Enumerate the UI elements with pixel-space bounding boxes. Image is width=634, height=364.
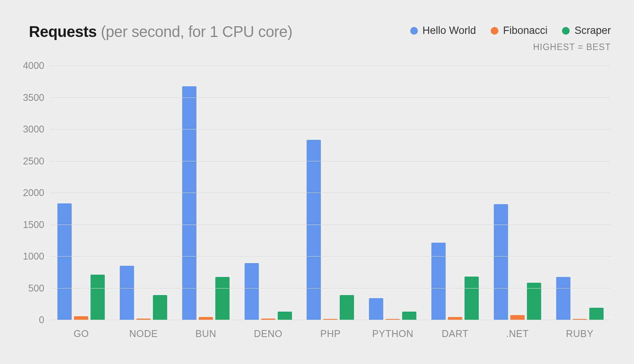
x-axis-label: PHP: [320, 328, 341, 339]
gridline: [50, 161, 611, 161]
y-axis-label: 3500: [23, 92, 44, 103]
legend-item: Scraper: [562, 25, 611, 37]
bar: [91, 275, 105, 320]
y-axis-label: 3000: [23, 124, 44, 135]
bar: [369, 298, 383, 320]
bar: [215, 277, 230, 320]
bar: [589, 308, 604, 320]
x-axis-label: RUBY: [566, 328, 593, 339]
gridline: [50, 256, 611, 257]
bar: [510, 315, 525, 320]
legend-label: Fibonacci: [503, 25, 548, 37]
y-axis-label: 2000: [23, 187, 44, 198]
bar: [465, 277, 479, 320]
legend-swatch-icon: [491, 27, 498, 35]
chart-container: Requests (per second, for 1 CPU core) He…: [0, 0, 634, 364]
legend-block: Hello WorldFibonacciScraper HIGHEST = BE…: [410, 22, 611, 52]
bar: [556, 277, 570, 320]
bar: [153, 295, 167, 320]
x-axis-label: NODE: [129, 328, 158, 339]
bar: [307, 140, 321, 320]
gridline: [50, 320, 611, 320]
gridline: [50, 193, 611, 193]
bar: [120, 266, 134, 320]
legend-label: Scraper: [574, 25, 611, 37]
bar: [494, 204, 508, 320]
bar: [182, 86, 196, 320]
y-axis-label: 1500: [23, 219, 44, 230]
bar: [340, 295, 354, 320]
legend-note: HIGHEST = BEST: [410, 42, 611, 52]
title-main: Requests: [29, 23, 97, 40]
chart-title: Requests (per second, for 1 CPU core): [29, 22, 292, 41]
legend: Hello WorldFibonacciScraper: [410, 25, 611, 37]
gridline: [50, 97, 611, 98]
bar: [199, 317, 213, 320]
x-axis-label: GO: [74, 328, 89, 339]
bar: [57, 203, 72, 320]
legend-item: Hello World: [410, 25, 476, 37]
bar: [402, 312, 416, 320]
y-axis-label: 0: [39, 314, 44, 325]
chart-header: Requests (per second, for 1 CPU core) He…: [29, 22, 611, 52]
bar: [74, 316, 88, 320]
legend-swatch-icon: [562, 27, 570, 35]
x-axis-label: BUN: [195, 328, 216, 339]
x-axis-label: PYTHON: [372, 328, 413, 339]
x-axis-label: DART: [442, 328, 469, 339]
legend-item: Fibonacci: [491, 25, 548, 37]
bar: [245, 263, 259, 320]
y-axis-label: 500: [28, 282, 44, 294]
y-axis-label: 1000: [23, 251, 44, 262]
legend-swatch-icon: [410, 27, 418, 35]
x-axis-label: DENO: [254, 328, 282, 339]
bar: [448, 317, 462, 320]
gridline: [50, 65, 611, 66]
legend-label: Hello World: [423, 25, 476, 37]
gridline: [50, 129, 611, 129]
plot-area: GONODEBUNDENOPHPPYTHONDART.NETRUBY 05001…: [50, 65, 611, 320]
bar: [527, 283, 541, 320]
bar: [431, 243, 446, 320]
gridline: [50, 288, 611, 289]
y-axis-label: 4000: [23, 60, 44, 71]
gridline: [50, 225, 611, 225]
y-axis-label: 2500: [23, 155, 44, 166]
x-axis-label: .NET: [506, 328, 529, 339]
title-sub: (per second, for 1 CPU core): [101, 23, 292, 40]
bar: [278, 312, 292, 320]
